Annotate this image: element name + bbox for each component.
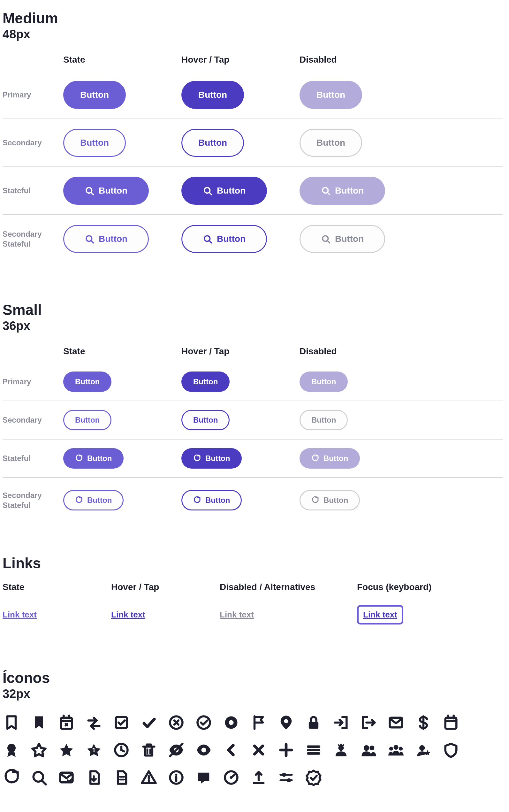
button-column-headers-small: State Hover / Tap Disabled <box>3 342 503 363</box>
row-secondary-sm: Secondary Button Button Button <box>3 401 503 440</box>
col-hover: Hover / Tap <box>181 55 300 65</box>
trash-icon <box>140 741 158 759</box>
checkbox-icon <box>112 714 130 732</box>
eye-off-icon <box>167 741 185 759</box>
secondary-stateful-button-state-sm[interactable]: Button <box>63 490 124 510</box>
row-label-secondary-stateful: Secondary Stateful <box>3 229 63 249</box>
button-label: Button <box>217 185 245 196</box>
icon-grid <box>3 714 481 786</box>
link-col-state: State <box>3 582 111 592</box>
users-group-icon <box>387 741 405 759</box>
stateful-button-disabled-md: Button <box>300 177 385 205</box>
row-label-stateful: Stateful <box>3 185 63 196</box>
award-icon <box>3 741 21 759</box>
col-state: State <box>63 55 181 65</box>
button-label: Button <box>205 496 230 505</box>
row-label-secondary: Secondary <box>3 138 63 147</box>
sliders-icon <box>277 769 295 786</box>
link-focus[interactable]: Link text <box>357 605 403 624</box>
secondary-button-state-md[interactable]: Button <box>63 129 126 157</box>
row-label-secondary-stateful: Secondary Stateful <box>3 490 63 510</box>
stateful-button-state-md[interactable]: Button <box>63 177 149 205</box>
col-disabled: Disabled <box>300 346 418 357</box>
section-size-icons: 32px <box>3 687 503 701</box>
link-hover[interactable]: Link text <box>111 610 145 620</box>
secondary-stateful-button-state-md[interactable]: Button <box>63 225 149 253</box>
button-label: Button <box>99 185 127 196</box>
section-title-icons: Íconos <box>3 669 503 686</box>
primary-button-state-sm[interactable]: Button <box>63 372 111 392</box>
link-column-headers: State Hover / Tap Disabled / Alternative… <box>3 572 503 605</box>
row-secondary-stateful-md: Secondary Stateful Button Button Button <box>3 215 503 263</box>
secondary-button-disabled-md: Button <box>300 129 362 157</box>
button-label: Button <box>324 454 348 463</box>
button-column-headers-medium: State Hover / Tap Disabled <box>3 51 503 71</box>
button-label: Button <box>324 496 348 505</box>
row-primary-sm: Primary Button Button Button <box>3 363 503 401</box>
menu-icon <box>305 741 323 759</box>
secondary-stateful-button-hover-sm[interactable]: Button <box>181 490 242 510</box>
secondary-button-hover-md[interactable]: Button <box>181 129 244 157</box>
col-disabled: Disabled <box>300 55 418 65</box>
refresh-icon <box>193 454 201 462</box>
plus-icon <box>277 741 295 759</box>
secondary-button-disabled-sm: Button <box>300 410 348 430</box>
search-icon <box>203 186 212 196</box>
chat-icon <box>195 769 213 786</box>
stateful-button-hover-md[interactable]: Button <box>181 177 267 205</box>
section-size-medium: 48px <box>3 28 503 41</box>
star-outline-icon <box>30 741 48 759</box>
x-icon <box>250 741 268 759</box>
circle-dot-icon <box>222 714 240 732</box>
primary-button-hover-sm[interactable]: Button <box>181 372 230 392</box>
info-circle-icon <box>167 769 185 786</box>
refresh-icon <box>193 497 201 504</box>
row-label-stateful: Stateful <box>3 453 63 463</box>
secondary-stateful-button-disabled-md: Button <box>300 225 385 253</box>
eye-icon <box>195 741 213 759</box>
link-col-disabled: Disabled / Alternatives <box>220 582 357 592</box>
secondary-button-hover-sm[interactable]: Button <box>181 410 230 430</box>
star-badge-icon <box>85 741 103 759</box>
button-label: Button <box>335 234 364 244</box>
section-title-medium: Medium <box>3 9 503 27</box>
stateful-button-hover-sm[interactable]: Button <box>181 448 242 469</box>
login-icon <box>332 714 350 732</box>
map-pin-icon <box>277 714 295 732</box>
refresh-icon <box>311 454 319 462</box>
search-icon <box>203 234 212 244</box>
button-label: Button <box>87 496 112 505</box>
secondary-button-state-sm[interactable]: Button <box>63 410 111 430</box>
row-label-primary: Primary <box>3 377 63 386</box>
user-star-icon <box>414 741 432 759</box>
primary-button-state-md[interactable]: Button <box>63 81 126 109</box>
search-icon <box>84 186 94 196</box>
swap-horizontal-icon <box>85 714 103 732</box>
button-label: Button <box>205 454 230 463</box>
check-icon <box>140 714 158 732</box>
bookmark-filled-icon <box>30 714 48 732</box>
bookmark-outline-icon <box>3 714 21 732</box>
link-state[interactable]: Link text <box>3 610 37 620</box>
clock-icon <box>112 741 130 759</box>
lock-icon <box>305 714 323 732</box>
secondary-stateful-button-hover-md[interactable]: Button <box>181 225 267 253</box>
mail-icon <box>387 714 405 732</box>
document-lines-icon <box>112 769 130 786</box>
search-icon <box>321 186 331 196</box>
stateful-button-state-sm[interactable]: Button <box>63 448 124 469</box>
logout-icon <box>360 714 377 732</box>
search-icon <box>321 234 331 244</box>
button-label: Button <box>217 234 245 244</box>
document-arrow-icon <box>85 769 103 786</box>
calendar-icon <box>442 714 460 732</box>
button-label: Button <box>87 454 112 463</box>
warning-triangle-icon <box>140 769 158 786</box>
row-stateful-md: Stateful Button Button Button <box>3 167 503 215</box>
refresh-icon <box>3 769 21 786</box>
star-filled-icon <box>58 741 75 759</box>
primary-button-hover-md[interactable]: Button <box>181 81 244 109</box>
col-state: State <box>63 346 181 357</box>
search-icon <box>30 769 48 786</box>
col-hover: Hover / Tap <box>181 346 300 357</box>
